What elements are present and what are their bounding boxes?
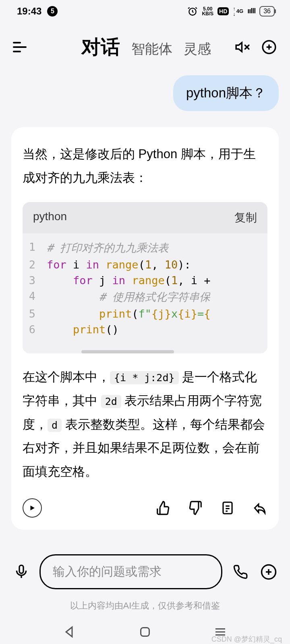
disclaimer: 以上内容均由AI生成，仅供参考和借鉴	[11, 600, 279, 612]
svg-rect-17	[141, 628, 149, 636]
ai-text-pre: 当然，这是修改后的 Python 脚本，用于生成对齐的九九乘法表：	[23, 142, 267, 190]
app-header: 对话 智能体 灵感	[0, 22, 290, 68]
new-chat-button[interactable]	[261, 39, 277, 55]
inline-code: d	[48, 419, 62, 432]
svg-marker-16	[66, 627, 72, 637]
inline-code: {i * j:2d}	[110, 371, 179, 384]
user-message: python脚本？	[173, 75, 279, 111]
inline-code: 2d	[101, 395, 121, 408]
tabs: 对话 智能体 灵感	[81, 34, 224, 60]
copy-button[interactable]: 复制	[234, 210, 257, 225]
tab-chat[interactable]: 对话	[81, 34, 120, 60]
signal-icon: ıılll	[247, 7, 255, 15]
back-button[interactable]	[62, 625, 77, 639]
speed-indicator: 5.00KB/S	[202, 6, 213, 16]
svg-rect-12	[19, 565, 23, 573]
code-body[interactable]: 1# 打印对齐的九九乘法表2for i in range(1, 10):3 fo…	[23, 233, 267, 345]
message-actions	[23, 498, 267, 518]
code-block: python 复制 1# 打印对齐的九九乘法表2for i in range(1…	[23, 202, 267, 353]
thumbs-down-button[interactable]	[188, 500, 203, 516]
menu-button[interactable]	[13, 42, 27, 52]
mute-button[interactable]	[234, 39, 251, 55]
code-lang: python	[33, 210, 67, 225]
text-input[interactable]: 输入你的问题或需求	[39, 554, 222, 589]
svg-marker-1	[236, 43, 242, 52]
add-button[interactable]	[259, 562, 279, 582]
play-button[interactable]	[23, 498, 42, 518]
call-button[interactable]	[230, 562, 251, 582]
chat-area: python脚本？ 当然，这是修改后的 Python 脚本，用于生成对齐的九九乘…	[0, 68, 290, 530]
home-button[interactable]	[138, 625, 152, 639]
alarm-icon	[187, 6, 198, 17]
copy-message-button[interactable]	[220, 500, 235, 516]
svg-marker-7	[31, 506, 35, 510]
tab-inspire[interactable]: 灵感	[184, 40, 211, 58]
ai-message: 当然，这是修改后的 Python 脚本，用于生成对齐的九九乘法表： python…	[11, 127, 279, 530]
status-time: 19:43	[17, 6, 41, 17]
status-bar: 19:43 5 5.00KB/S HD ↑↓4G ıılll 36	[0, 0, 290, 22]
watermark: CSDN @梦幻精灵_cq	[211, 634, 282, 644]
tab-agents[interactable]: 智能体	[131, 40, 172, 58]
horizontal-scrollbar[interactable]	[81, 350, 174, 353]
notification-badge: 5	[47, 6, 58, 17]
input-area: 输入你的问题或需求 以上内容均由AI生成，仅供参考和借鉴	[0, 554, 290, 612]
share-button[interactable]	[252, 500, 267, 516]
thumbs-up-button[interactable]	[155, 500, 171, 516]
network-indicator: ↑↓4G	[233, 6, 243, 17]
voice-input-button[interactable]	[11, 562, 31, 582]
hd-badge: HD	[218, 7, 229, 15]
battery-indicator: 36	[259, 6, 275, 17]
ai-text-post: 在这个脚本中，{i * j:2d} 是一个格式化字符串，其中 2d 表示结果占用…	[23, 365, 267, 484]
